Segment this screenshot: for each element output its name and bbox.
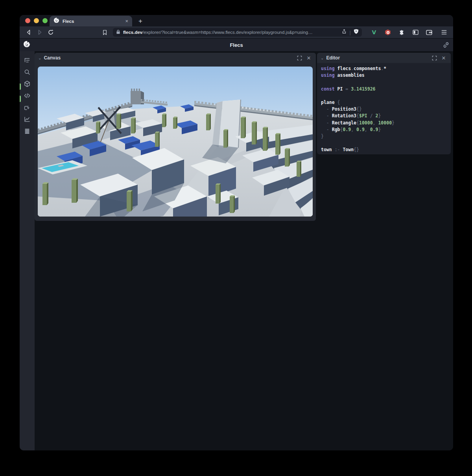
editor-panel: ⌄ Editor ✕ using flecs.components.*using… <box>317 53 451 154</box>
url-bar[interactable]: flecs.dev/explorer/?local=true&wasm=http… <box>113 28 362 37</box>
code-editor[interactable]: using flecs.components.*using assemblies… <box>317 63 451 154</box>
stats-chart-icon[interactable] <box>20 113 35 125</box>
chevron-down-icon[interactable]: ⌄ <box>38 56 41 60</box>
active-indicator-editor <box>20 96 21 102</box>
url-domain: flecs.dev <box>123 30 142 35</box>
share-icon[interactable] <box>341 29 347 36</box>
window-controls <box>25 18 48 23</box>
code-line[interactable]: } <box>321 133 447 140</box>
browser-window: Flecs × + flecs.dev/explorer/?local=true… <box>20 15 453 450</box>
flecs-logo-icon[interactable] <box>23 41 30 49</box>
code-line[interactable] <box>321 79 447 85</box>
active-indicator-canvas <box>20 83 21 90</box>
minimize-window-button[interactable] <box>34 18 39 23</box>
close-panel-icon[interactable]: ✕ <box>440 54 447 61</box>
menu-hamburger-icon[interactable] <box>440 28 448 37</box>
back-icon[interactable] <box>24 28 33 37</box>
tab-favicon-flecs-logo <box>53 17 59 25</box>
editor-panel-header[interactable]: ⌄ Editor ✕ <box>317 53 451 63</box>
forward-icon[interactable] <box>35 28 44 37</box>
browser-titlebar: Flecs × + <box>20 15 453 26</box>
inspect-pointer-icon[interactable] <box>20 102 35 113</box>
browser-tab[interactable]: Flecs × <box>50 16 132 26</box>
canvas-3d-scene[interactable] <box>38 67 313 217</box>
code-line[interactable]: town :- Town{} <box>321 146 447 153</box>
reload-icon[interactable] <box>46 28 55 37</box>
code-line[interactable]: - Rotation3{$PI / 2} <box>321 113 447 119</box>
canvas-cube-icon[interactable] <box>20 78 35 90</box>
fullscreen-icon[interactable] <box>296 54 303 61</box>
brave-shield-icon[interactable] <box>354 29 359 36</box>
share-link-icon[interactable] <box>443 42 449 50</box>
code-line[interactable]: using assemblies <box>321 72 447 79</box>
url-path: /explorer/?local=true&wasm=https://www.f… <box>142 30 312 35</box>
editor-panel-title: Editor <box>326 55 428 61</box>
page-title: Flecs <box>20 42 453 48</box>
bookmark-icon[interactable] <box>100 28 109 37</box>
new-tab-button[interactable]: + <box>136 17 145 25</box>
urlbar-divider: | <box>350 30 351 35</box>
chevron-down-icon[interactable]: ⌄ <box>321 56 324 60</box>
tree-outline-icon[interactable] <box>20 54 35 66</box>
canvas-panel-header[interactable]: ⌄ Canvas ✕ <box>35 53 316 63</box>
code-line[interactable]: - Rgb{0.9, 0.9, 0.9} <box>321 126 447 133</box>
code-line[interactable]: - Rectangle{10000, 10000} <box>321 120 447 126</box>
left-sidebar <box>20 51 35 450</box>
close-panel-icon[interactable]: ✕ <box>305 54 312 61</box>
app-content: ⌄ Canvas ✕ <box>20 51 453 450</box>
code-line[interactable] <box>321 93 447 99</box>
browser-navbar: flecs.dev/explorer/?local=true&wasm=http… <box>20 26 453 38</box>
extension-hexagon-icon[interactable] <box>384 28 392 37</box>
wallet-icon[interactable] <box>425 28 433 37</box>
lock-icon <box>116 29 120 36</box>
close-window-button[interactable] <box>25 18 30 23</box>
app-header: Flecs <box>20 38 453 51</box>
code-line[interactable]: plane { <box>321 99 447 106</box>
code-line[interactable] <box>321 140 447 146</box>
extensions-puzzle-icon[interactable] <box>397 28 406 37</box>
panel-area: ⌄ Canvas ✕ <box>35 51 453 450</box>
tab-close-icon[interactable]: × <box>125 19 128 24</box>
canvas-panel: ⌄ Canvas ✕ <box>35 53 316 221</box>
vue-devtools-icon[interactable]: V <box>370 28 378 37</box>
code-line[interactable]: - Position3{} <box>321 106 447 113</box>
sidebar-toggle-icon[interactable] <box>411 28 420 37</box>
entity-stack-icon[interactable] <box>20 125 35 137</box>
code-editor-icon[interactable] <box>20 90 35 102</box>
code-line[interactable]: const PI = 3.1415926 <box>321 86 447 93</box>
fullscreen-icon[interactable] <box>431 54 438 61</box>
code-line[interactable]: using flecs.components.* <box>321 65 447 72</box>
search-icon[interactable] <box>20 66 35 78</box>
zoom-window-button[interactable] <box>42 18 48 23</box>
canvas-panel-title: Canvas <box>44 55 293 61</box>
tab-title: Flecs <box>63 19 122 24</box>
extension-icons: V <box>370 28 448 37</box>
url-text[interactable]: flecs.dev/explorer/?local=true&wasm=http… <box>123 30 339 35</box>
